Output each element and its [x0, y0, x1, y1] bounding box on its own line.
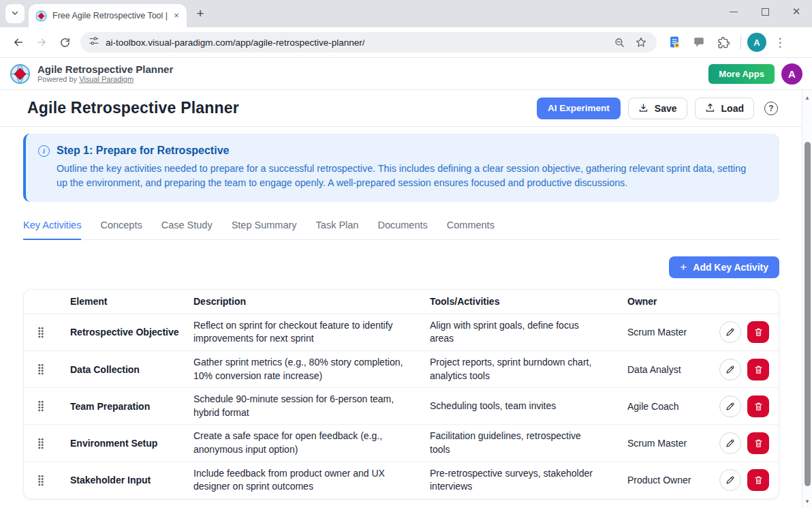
- pencil-icon: [725, 438, 735, 448]
- owner-cell: Data Analyst: [627, 359, 715, 380]
- drag-handle-icon[interactable]: [36, 473, 46, 488]
- table-row: Team Preparation Schedule 90-minute sess…: [24, 388, 779, 425]
- tab-step-summary[interactable]: Step Summary: [232, 220, 297, 240]
- browser-tab[interactable]: Free Agile Retrospective Tool | P ×: [29, 4, 187, 27]
- delete-button[interactable]: [747, 395, 769, 417]
- trash-icon: [754, 365, 763, 374]
- tab-case-study[interactable]: Case Study: [161, 220, 213, 240]
- banner-description: Outline the key activities needed to pre…: [57, 162, 755, 191]
- trash-icon: [754, 438, 763, 448]
- three-dot-menu-icon: ⋮: [775, 35, 786, 50]
- element-cell: Stakeholder Input: [70, 470, 193, 490]
- drag-handle-icon[interactable]: [36, 325, 46, 340]
- address-bar[interactable]: ai-toolbox.visual-paradigm.com/app/agile…: [80, 32, 657, 53]
- save-button[interactable]: Save: [628, 98, 687, 119]
- window-minimize-button[interactable]: [718, 0, 749, 23]
- extensions-puzzle-icon: [717, 36, 730, 49]
- table-row: Retrospective Objective Reflect on sprin…: [24, 314, 779, 351]
- tab-concepts[interactable]: Concepts: [100, 220, 142, 240]
- tab-comments[interactable]: Comments: [447, 220, 495, 240]
- drag-handle-icon[interactable]: [36, 361, 46, 377]
- app-header: Agile Retrospective Planner Powered by V…: [0, 58, 812, 90]
- zoom-out-button[interactable]: [612, 35, 627, 50]
- delete-button[interactable]: [747, 359, 769, 380]
- scrollbar-thumb[interactable]: [805, 142, 811, 486]
- load-button-label: Load: [721, 103, 744, 114]
- table-header-row: Element Description Tools/Activities Own…: [24, 290, 779, 314]
- owner-cell: Agile Coach: [627, 396, 715, 417]
- visual-paradigm-logo-icon: [10, 63, 31, 85]
- load-button[interactable]: Load: [695, 98, 754, 119]
- ai-experiment-button[interactable]: AI Experiment: [537, 98, 621, 119]
- download-icon: [638, 103, 649, 113]
- window-close-button[interactable]: ✕: [781, 0, 812, 23]
- bookmark-star-button[interactable]: [634, 35, 649, 50]
- column-header-owner: Owner: [627, 291, 715, 312]
- edit-button[interactable]: [719, 359, 741, 380]
- forward-arrow-icon: [35, 36, 48, 48]
- browser-menu-button[interactable]: ⋮: [769, 31, 791, 53]
- description-cell: Create a safe space for open feedback (e…: [193, 425, 430, 461]
- tools-cell: Pre-retrospective surveys, stakeholder i…: [430, 462, 627, 498]
- page-scrollbar[interactable]: ▲ ▼: [802, 90, 812, 508]
- add-key-activity-button[interactable]: + Add Key Activity: [669, 256, 779, 278]
- edit-button[interactable]: [719, 469, 741, 491]
- docs-offline-button[interactable]: [663, 31, 685, 53]
- trash-icon: [754, 475, 763, 485]
- help-button[interactable]: ?: [763, 100, 779, 117]
- browser-window: Free Agile Retrospective Tool | P × + ✕ …: [0, 0, 812, 508]
- forward-button[interactable]: [30, 31, 53, 54]
- back-arrow-icon: [12, 36, 25, 48]
- scrollbar-down-arrow[interactable]: ▼: [802, 496, 812, 506]
- more-apps-button[interactable]: More Apps: [708, 64, 775, 84]
- tools-cell: Facilitation guidelines, retrospective t…: [430, 425, 627, 461]
- app-user-avatar[interactable]: A: [781, 63, 802, 85]
- site-settings-icon[interactable]: [89, 35, 99, 49]
- tab-documents[interactable]: Documents: [377, 220, 427, 240]
- toolbar-extension-icons: A ⋮: [663, 31, 791, 53]
- edit-button[interactable]: [719, 321, 741, 343]
- reload-button[interactable]: [53, 31, 76, 54]
- drag-handle-icon[interactable]: [36, 398, 46, 414]
- scrollbar-up-arrow[interactable]: ▲: [802, 93, 812, 102]
- element-cell: Environment Setup: [70, 433, 193, 453]
- banner-title: Step 1: Prepare for Retrospective: [57, 145, 229, 157]
- pencil-icon: [725, 475, 735, 485]
- tab-key-activities[interactable]: Key Activities: [23, 220, 81, 240]
- delete-button[interactable]: [747, 321, 769, 343]
- delete-button[interactable]: [747, 469, 769, 491]
- column-header-tools: Tools/Activities: [430, 290, 627, 314]
- extensions-button[interactable]: [713, 31, 734, 53]
- comment-bubble-button[interactable]: [688, 31, 710, 53]
- info-icon: i: [38, 145, 50, 157]
- plus-icon: +: [680, 261, 687, 273]
- help-icon: ?: [764, 102, 778, 115]
- edit-button[interactable]: [719, 432, 741, 454]
- trash-icon: [754, 327, 763, 337]
- page-title: Agile Retrospective Planner: [27, 99, 239, 117]
- description-cell: Include feedback from product owner and …: [193, 462, 430, 498]
- edit-button[interactable]: [719, 395, 741, 417]
- chevron-down-icon: [10, 8, 20, 20]
- url-text[interactable]: ai-toolbox.visual-paradigm.com/app/agile…: [106, 38, 364, 48]
- browser-toolbar: ai-toolbox.visual-paradigm.com/app/agile…: [0, 27, 812, 58]
- powered-by-text: Powered by Visual Paradigm: [37, 75, 173, 84]
- new-tab-button[interactable]: +: [191, 4, 210, 23]
- comment-bubble-icon: [693, 36, 705, 48]
- back-button[interactable]: [7, 31, 30, 54]
- key-activities-table: Element Description Tools/Activities Own…: [23, 289, 779, 499]
- minimize-icon: [730, 12, 738, 12]
- zoom-out-icon: [614, 37, 625, 48]
- site-favicon-icon: [35, 10, 47, 22]
- tools-cell: Align with sprint goals, define focus ar…: [430, 314, 627, 350]
- browser-profile-avatar[interactable]: A: [747, 33, 766, 52]
- reload-icon: [59, 37, 71, 48]
- tab-close-button[interactable]: ×: [170, 10, 183, 22]
- element-cell: Team Preparation: [70, 396, 193, 417]
- drag-handle-icon[interactable]: [36, 436, 46, 451]
- tab-search-button[interactable]: [5, 4, 25, 23]
- delete-button[interactable]: [747, 432, 769, 454]
- tab-task-plan[interactable]: Task Plan: [316, 220, 359, 240]
- window-maximize-button[interactable]: [749, 0, 781, 23]
- visual-paradigm-link[interactable]: Visual Paradigm: [79, 75, 134, 83]
